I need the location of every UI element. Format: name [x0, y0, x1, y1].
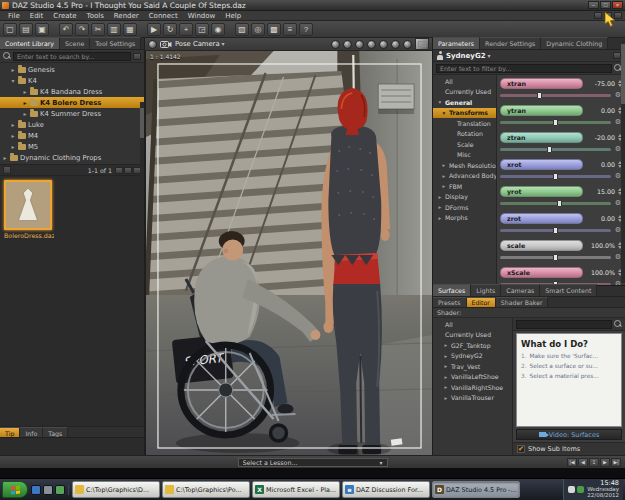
toolbar-icon[interactable]: ↶ — [59, 23, 73, 36]
expand-arrow-icon[interactable]: ▸ — [10, 132, 16, 139]
parameters-scrollbar[interactable] — [621, 75, 625, 283]
toolbar-icon[interactable]: ▢ — [3, 23, 17, 36]
lesson-pager-button[interactable]: ◀ — [578, 458, 588, 467]
content-tree-item[interactable]: ▸ K4 Bolero Dress — [0, 97, 144, 108]
group-arrow-icon[interactable]: ▸ — [441, 183, 447, 189]
lesson-pager-button[interactable]: |◀ — [567, 458, 577, 467]
slider-nub[interactable] — [547, 146, 552, 153]
content-tree-item[interactable]: ▸ M5 — [0, 141, 144, 152]
surfaces-subtab[interactable]: Shader Baker — [496, 297, 549, 307]
list-view-icon[interactable] — [115, 167, 123, 174]
left-panel-tab[interactable]: Content Library — [0, 37, 60, 49]
slider-nub[interactable] — [553, 254, 558, 261]
parameter-track[interactable] — [500, 118, 611, 126]
parameter-track[interactable] — [500, 145, 611, 153]
parameter-capsule[interactable]: ztran — [500, 132, 583, 143]
tray-icon[interactable] — [568, 486, 575, 493]
parameter-group[interactable]: ▸ Display — [433, 192, 496, 203]
parameter-filter-input[interactable] — [436, 64, 612, 73]
left-panel-bottom-tab[interactable]: Info — [20, 427, 43, 437]
expand-arrow-icon[interactable]: ▾ — [10, 77, 16, 84]
parameter-value[interactable]: -75.00 — [585, 80, 615, 87]
surfaces-panel-tab[interactable]: Surfaces — [433, 284, 471, 296]
expand-arrow-icon[interactable]: ▸ — [10, 121, 16, 128]
surfaces-subtab[interactable]: Presets — [433, 297, 467, 307]
expand-arrow-icon[interactable]: ▸ — [10, 143, 16, 150]
lesson-pager-button[interactable]: 1 — [589, 458, 599, 467]
toolbar-icon[interactable]: ▤ — [19, 23, 33, 36]
parameter-group[interactable]: All — [433, 76, 496, 87]
group-arrow-icon[interactable]: ▸ — [441, 162, 447, 168]
window-control-button[interactable]: – — [588, 1, 599, 9]
surface-list-item[interactable]: Currently Used — [433, 330, 512, 341]
panel-options-icon[interactable] — [613, 52, 621, 59]
parameter-group[interactable]: Scale — [433, 139, 496, 150]
taskbar-button[interactable]: C:\Top\Graphics\D... — [72, 481, 160, 498]
start-button[interactable] — [2, 481, 28, 498]
slider-nub[interactable] — [553, 227, 558, 234]
surface-arrow-icon[interactable]: ▸ — [443, 395, 449, 401]
surface-list-item[interactable]: All — [433, 319, 512, 330]
taskbar-button[interactable]: X Microsoft Excel - Pla... — [252, 481, 340, 498]
lesson-pager-button[interactable]: ▶ — [600, 458, 610, 467]
lesson-pager-button[interactable]: ▶| — [611, 458, 621, 467]
left-panel-bottom-tab[interactable]: Tip — [0, 427, 20, 437]
menu-item[interactable]: Window — [183, 12, 221, 20]
page-view-icon[interactable] — [3, 166, 11, 174]
toolbar-icon[interactable]: ? — [299, 23, 313, 36]
parameter-track[interactable] — [500, 226, 611, 234]
group-arrow-icon[interactable]: ▸ — [437, 204, 443, 210]
layout-icon[interactable] — [614, 12, 622, 19]
left-panel-tab[interactable]: Scene — [60, 37, 90, 49]
group-arrow-icon[interactable]: ▸ — [441, 173, 447, 179]
parameter-group[interactable]: Misc — [433, 150, 496, 161]
toolbar-icon[interactable]: ≡ — [283, 23, 297, 36]
content-tree-item[interactable]: ▾ K4 — [0, 75, 144, 86]
toolbar-icon[interactable]: ◉ — [211, 23, 225, 36]
parameter-group[interactable]: Rotation — [433, 129, 496, 140]
surface-list-item[interactable]: ▸ VanillaLeftShoe — [433, 372, 512, 383]
content-tree-item[interactable]: ▸ Genesis — [0, 64, 144, 75]
parameter-group[interactable]: ▸ Morphs — [433, 213, 496, 224]
surface-arrow-icon[interactable]: ▸ — [443, 384, 449, 390]
parameter-track[interactable] — [500, 172, 611, 180]
parameter-group[interactable]: ▸ Advanced Body... — [433, 171, 496, 182]
parameter-group[interactable]: ▸ Mesh Resolution — [433, 160, 496, 171]
expand-arrow-icon[interactable]: ▸ — [2, 154, 8, 161]
parameter-group[interactable]: ▾ Transforms — [433, 108, 496, 119]
expand-arrow-icon[interactable]: ▸ — [10, 66, 16, 73]
menu-item[interactable]: Help — [220, 12, 246, 20]
parameter-group[interactable]: Currently Used — [433, 87, 496, 98]
window-control-button[interactable]: □ — [600, 1, 611, 9]
view-cube[interactable] — [415, 38, 429, 50]
toolbar-icon[interactable]: ▣ — [35, 23, 49, 36]
right-panel-tab[interactable]: Dynamic Clothing — [541, 37, 608, 49]
parameter-track[interactable] — [500, 253, 611, 261]
parameter-capsule[interactable]: scale — [500, 240, 583, 251]
toolbar-icon[interactable]: ▧ — [235, 23, 249, 36]
toolbar-icon[interactable]: ▩ — [267, 23, 281, 36]
parameter-group[interactable]: ▸ FBM — [433, 181, 496, 192]
parameter-group[interactable]: ▾ General — [433, 97, 496, 108]
expand-arrow-icon[interactable]: ▸ — [22, 99, 28, 106]
expand-arrow-icon[interactable]: ▸ — [22, 88, 28, 95]
expand-arrow-icon[interactable]: ▸ — [22, 110, 28, 117]
parameter-group[interactable]: Translation — [433, 118, 496, 129]
parameter-capsule[interactable]: xrot — [500, 159, 583, 170]
parameter-capsule[interactable]: yrot — [500, 186, 583, 197]
lesson-selector[interactable]: Select a Lesson... — [238, 458, 388, 467]
camera-selector[interactable]: Pose Camera — [175, 40, 225, 48]
parameter-value[interactable]: 15.00 — [585, 188, 615, 195]
node-selector[interactable]: SydneyG2 — [446, 52, 491, 60]
video-surfaces-button[interactable]: Video: Surfaces — [516, 429, 622, 440]
surfaces-panel-tab[interactable]: Lights — [471, 284, 501, 296]
content-tree-item[interactable]: ▸ Dynamic Clothing Props — [0, 152, 144, 163]
quick-launch-icon[interactable] — [55, 485, 65, 495]
parameter-value[interactable]: -20.00 — [585, 134, 615, 141]
parameter-capsule[interactable]: xScale — [500, 267, 583, 278]
parameter-capsule[interactable]: zrot — [500, 213, 583, 224]
menu-item[interactable]: Connect — [144, 12, 183, 20]
group-arrow-icon[interactable]: ▾ — [441, 110, 447, 116]
parameter-value[interactable]: 100.0% — [585, 242, 615, 249]
surface-list-item[interactable]: ▸ VanillaTrouser — [433, 393, 512, 404]
